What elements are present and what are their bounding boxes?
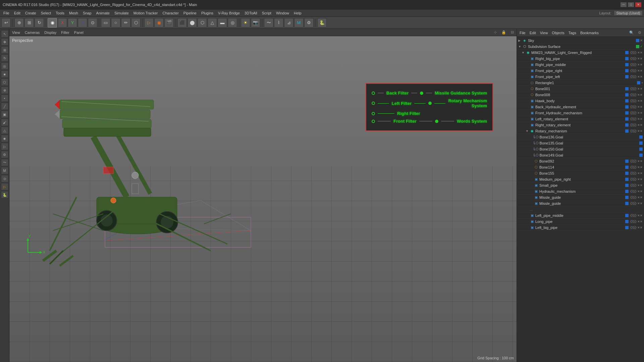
vis-check-sub[interactable] bbox=[636, 45, 639, 48]
object-item-bone155[interactable]: ⬡ Bone155 ✕✕ bbox=[518, 170, 643, 176]
object-item-left-rotary[interactable]: ▣ Left_rotary_element ✕✕ bbox=[518, 116, 643, 122]
object-item-rotary-mech[interactable]: ▼ ◉ Rotary_mechanism ✕✕ bbox=[518, 128, 643, 134]
side-point-button[interactable]: • bbox=[1, 95, 8, 102]
layout-value[interactable]: Startup (Used) bbox=[614, 10, 643, 16]
plane-button[interactable]: ▬ bbox=[218, 18, 227, 27]
side-uvw-button[interactable]: ⊕ bbox=[1, 86, 8, 94]
menu-create[interactable]: Create bbox=[23, 10, 38, 16]
menu-file[interactable]: File bbox=[1, 10, 11, 16]
object-item-hawk-body[interactable]: ▣ Hawk_body ✕✕ bbox=[518, 98, 643, 104]
viewport-menu-panel[interactable]: Panel bbox=[73, 31, 85, 35]
om-menu-edit[interactable]: Edit bbox=[528, 31, 537, 35]
side-select-button[interactable]: ↖ bbox=[1, 30, 8, 38]
camera-button[interactable]: 📷 bbox=[251, 18, 260, 27]
side-script-button[interactable]: 🐍 bbox=[1, 191, 8, 198]
vis-check-sky[interactable] bbox=[636, 39, 639, 42]
side-scale-button[interactable]: ⊞ bbox=[1, 46, 8, 54]
menu-edit[interactable]: Edit bbox=[12, 10, 22, 16]
om-search-icon[interactable]: 🔍 bbox=[628, 31, 635, 35]
menu-script[interactable]: Script bbox=[260, 10, 273, 16]
side-model-button[interactable]: ■ bbox=[1, 70, 8, 78]
undo-button[interactable]: ↩ bbox=[1, 18, 11, 27]
object-item-left-big-pipe[interactable]: ▣ Left_big_pipe ✕✕ bbox=[518, 225, 643, 231]
om-menu-bookmarks[interactable]: Bookmarks bbox=[579, 31, 600, 35]
object-item-bone001[interactable]: ⬡ Bone001 ✕✕ bbox=[518, 86, 643, 92]
render-active-button[interactable]: ◼ bbox=[154, 18, 164, 27]
select-free-button[interactable]: ✏ bbox=[121, 18, 130, 27]
cube-button[interactable]: ⬛ bbox=[177, 18, 187, 27]
side-animate-button[interactable]: ▷ bbox=[1, 143, 8, 150]
object-item-bone092[interactable]: ⬡ Bone092 ✕✕ bbox=[518, 158, 643, 164]
object-item-right-rotary[interactable]: ▣ Right_rotary_element ✕✕ bbox=[518, 122, 643, 128]
render-view-button[interactable]: 🎬 bbox=[164, 18, 174, 27]
viewport-3d[interactable]: Perspective Grid Spacing : 100 cm X bbox=[9, 36, 517, 362]
light-button[interactable]: ☀ bbox=[241, 18, 250, 27]
object-item-mim23-root[interactable]: ▼ ◉ MIM23_HAWK_Light_Green_Rigged ✕✕ bbox=[518, 50, 643, 56]
object-item-fpr[interactable]: ▣ Front_pipe_right ✕✕ bbox=[518, 68, 643, 74]
menu-select[interactable]: Select bbox=[39, 10, 53, 16]
render-button[interactable]: ▷ bbox=[144, 18, 154, 27]
cone-button[interactable]: △ bbox=[208, 18, 217, 27]
viewport-menu-cameras[interactable]: Cameras bbox=[23, 31, 41, 35]
side-mograph-button[interactable]: M bbox=[1, 167, 8, 174]
viewport-icon-fit[interactable]: ⊟ bbox=[509, 30, 515, 35]
menu-pipeline[interactable]: Pipeline bbox=[181, 10, 199, 16]
object-item-missle-guide-1[interactable]: ▣ Missle_guide ✕✕ bbox=[518, 194, 643, 200]
mograph-button[interactable]: M bbox=[294, 18, 304, 27]
menu-3dtoall[interactable]: 3DToAll bbox=[243, 10, 259, 16]
om-menu-objects[interactable]: Objects bbox=[550, 31, 566, 35]
object-item-subdivision[interactable]: ▼ ⬡ Subdivision Surface ✓ bbox=[518, 44, 643, 50]
object-item-rpm[interactable]: ▣ Right_pipe_middle ✕✕ bbox=[518, 62, 643, 68]
om-menu-view[interactable]: View bbox=[539, 31, 549, 35]
effector-button[interactable]: ⚙ bbox=[304, 18, 314, 27]
world-button[interactable]: ⊙ bbox=[88, 18, 97, 27]
model-mode-button[interactable]: ◉ bbox=[48, 18, 57, 27]
scale-tool-button[interactable]: ⊞ bbox=[24, 18, 34, 27]
rotate-tool-button[interactable]: ↻ bbox=[35, 18, 44, 27]
side-render-button[interactable]: ▷ bbox=[1, 183, 8, 190]
menu-plugins[interactable]: Plugins bbox=[199, 10, 215, 16]
side-texture-button[interactable]: ⬡ bbox=[1, 78, 8, 86]
object-item-hyd-mech[interactable]: ▣ Hydraulic_mechanism ✕✕ bbox=[518, 188, 643, 194]
side-paint-button[interactable]: 🖌 bbox=[1, 119, 8, 126]
viewport-icon-lock[interactable]: 🔒 bbox=[500, 30, 507, 35]
side-rotate-button[interactable]: ↻ bbox=[1, 54, 8, 62]
side-poly-button[interactable]: ▣ bbox=[1, 111, 8, 118]
menu-character[interactable]: Character bbox=[161, 10, 181, 16]
object-item-back-hyd[interactable]: ▣ Back_Hydraulic_element ✕✕ bbox=[518, 104, 643, 110]
deform-button[interactable]: ⊿ bbox=[284, 18, 293, 27]
maximize-button[interactable]: □ bbox=[628, 2, 634, 7]
object-item-medium-pipe[interactable]: ▣ Medium_pipe_right ✕✕ bbox=[518, 176, 643, 182]
object-item-long-pipe[interactable]: ▣ Long_pipe ✕✕ bbox=[518, 219, 643, 225]
om-settings-icon[interactable]: ⚙ bbox=[637, 31, 643, 35]
object-item-bone150[interactable]: L⬡ Bone150.Goal bbox=[518, 146, 643, 152]
object-item-fpl[interactable]: ▣ Front_pipe_left ✕✕ bbox=[518, 74, 643, 80]
object-item-bone114[interactable]: ⬡ Bone114 ✕✕ bbox=[518, 164, 643, 170]
object-item-missle-guide-2[interactable]: ▣ Missle_guide ✕✕ bbox=[518, 200, 643, 206]
menu-window[interactable]: Window bbox=[274, 10, 291, 16]
sphere-button[interactable]: ⬤ bbox=[187, 18, 197, 27]
object-item-right-big-pipe[interactable]: ▣ Right_big_pipe ✕✕ bbox=[518, 56, 643, 62]
side-edge-button[interactable]: ╱ bbox=[1, 103, 8, 110]
side-rig-button[interactable]: ☻ bbox=[1, 135, 8, 142]
move-tool-button[interactable]: ⊕ bbox=[14, 18, 24, 27]
python-button[interactable]: 🐍 bbox=[317, 18, 327, 27]
viewport-menu-view[interactable]: View bbox=[11, 31, 21, 35]
object-item-left-pipe-mid[interactable]: ▣ Left_pipe_middle ✕✕ bbox=[518, 213, 643, 219]
minimize-button[interactable]: ─ bbox=[621, 2, 627, 7]
z-axis-button[interactable]: Z bbox=[78, 18, 87, 27]
menu-tools[interactable]: Tools bbox=[54, 10, 66, 16]
menu-mesh[interactable]: Mesh bbox=[67, 10, 80, 16]
object-item-rect1[interactable]: □ Rectangle1 ▪ bbox=[518, 80, 643, 86]
side-snap-button[interactable]: ⊙ bbox=[1, 175, 8, 182]
menu-vray[interactable]: V-Ray Bridge bbox=[216, 10, 242, 16]
viewport-icon-crosshair[interactable]: ⊹ bbox=[492, 30, 498, 35]
object-item-bone008[interactable]: ⬡ Bone008 ✕✕ bbox=[518, 92, 643, 98]
menu-snap[interactable]: Snap bbox=[81, 10, 94, 16]
viewport-menu-filter[interactable]: Filter bbox=[60, 31, 70, 35]
obj-expand-sky[interactable]: ▶ bbox=[518, 39, 522, 42]
close-button[interactable]: ✕ bbox=[635, 2, 641, 7]
nurbs-button[interactable]: ⌇ bbox=[274, 18, 283, 27]
y-axis-button[interactable]: Y bbox=[68, 18, 77, 27]
menu-help[interactable]: Help bbox=[292, 10, 304, 16]
